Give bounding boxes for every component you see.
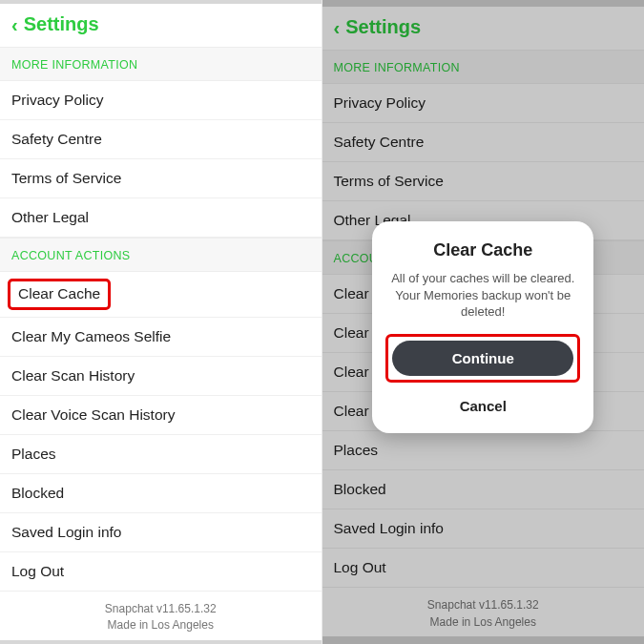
row-label: Clear My Cameos Selfie — [11, 328, 171, 345]
row-safety-centre[interactable]: Safety Centre — [322, 123, 645, 162]
back-chevron-icon[interactable]: ‹ — [11, 15, 18, 34]
dialog-title: Clear Cache — [385, 240, 580, 260]
row-clear-cache[interactable]: Clear Cache — [0, 272, 322, 318]
row-label: Privacy Policy — [334, 94, 426, 112]
row-label: Safety Centre — [334, 134, 425, 151]
row-terms-of-service[interactable]: Terms of Service — [322, 162, 645, 201]
row-saved-login-info[interactable]: Saved Login info — [0, 513, 322, 552]
row-clear-scan-history[interactable]: Clear Scan History — [0, 357, 322, 396]
row-label: Places — [334, 442, 379, 459]
row-terms-of-service[interactable]: Terms of Service — [0, 159, 322, 198]
row-label: Safety Centre — [11, 131, 102, 148]
settings-screen-left: ‹ Settings MORE INFORMATION Privacy Poli… — [0, 0, 322, 644]
navbar: ‹ Settings — [0, 4, 322, 47]
nav-title: Settings — [345, 16, 421, 38]
row-label: Log Out — [334, 559, 386, 576]
clear-cache-dialog: Clear Cache All of your caches will be c… — [372, 221, 593, 433]
nav-title: Settings — [24, 13, 99, 35]
row-safety-centre[interactable]: Safety Centre — [0, 120, 322, 159]
row-blocked[interactable]: Blocked — [322, 470, 645, 509]
row-label: Clear Scan History — [11, 367, 135, 384]
row-label: Blocked — [11, 485, 64, 502]
row-places[interactable]: Places — [322, 431, 645, 470]
bottom-bar — [322, 636, 645, 644]
footer-version: Snapchat v11.65.1.32 — [0, 601, 322, 617]
row-other-legal[interactable]: Other Legal — [0, 198, 322, 238]
cancel-button[interactable]: Cancel — [385, 394, 580, 418]
row-label: Terms of Service — [334, 173, 444, 190]
row-label: Places — [11, 446, 56, 463]
footer-version: Snapchat v11.65.1.32 — [322, 597, 645, 613]
row-clear-cameos[interactable]: Clear My Cameos Selfie — [0, 318, 322, 357]
row-label: Clear Voice Scan History — [11, 406, 175, 424]
dialog-body: All of your caches will be cleared. Your… — [385, 270, 580, 321]
settings-screen-right: ‹ Settings MORE INFORMATION Privacy Poli… — [322, 0, 645, 644]
row-log-out[interactable]: Log Out — [322, 549, 645, 588]
section-header-account-actions: ACCOUNT ACTIONS — [0, 238, 322, 272]
footer-made-in: Made in Los Angeles — [0, 617, 322, 634]
row-label-highlighted: Clear Cache — [8, 279, 111, 310]
row-log-out[interactable]: Log Out — [0, 552, 322, 592]
footer-made-in: Made in Los Angeles — [322, 614, 645, 631]
status-bar — [322, 0, 645, 7]
row-label: Blocked — [334, 481, 386, 498]
row-blocked[interactable]: Blocked — [0, 474, 322, 513]
row-privacy-policy[interactable]: Privacy Policy — [322, 84, 645, 123]
footer: Snapchat v11.65.1.32 Made in Los Angeles — [322, 588, 645, 636]
row-label: Saved Login info — [11, 524, 121, 541]
row-clear-voice-scan-history[interactable]: Clear Voice Scan History — [0, 396, 322, 435]
row-label: Privacy Policy — [11, 92, 103, 109]
navbar: ‹ Settings — [322, 7, 645, 50]
row-label: Log Out — [11, 563, 64, 580]
section-header-more-information: MORE INFORMATION — [0, 47, 322, 81]
row-label: Other Legal — [11, 209, 89, 226]
section-header-more-information: MORE INFORMATION — [322, 50, 645, 84]
row-label: Saved Login info — [334, 520, 444, 537]
row-privacy-policy[interactable]: Privacy Policy — [0, 81, 322, 120]
continue-button[interactable]: Continue — [392, 341, 573, 376]
row-places[interactable]: Places — [0, 435, 322, 474]
row-saved-login-info[interactable]: Saved Login info — [322, 509, 645, 549]
continue-button-highlight: Continue — [385, 334, 580, 383]
footer: Snapchat v11.65.1.32 Made in Los Angeles — [0, 592, 322, 640]
back-chevron-icon[interactable]: ‹ — [334, 18, 341, 37]
bottom-bar — [0, 640, 322, 644]
row-label: Terms of Service — [11, 170, 121, 187]
